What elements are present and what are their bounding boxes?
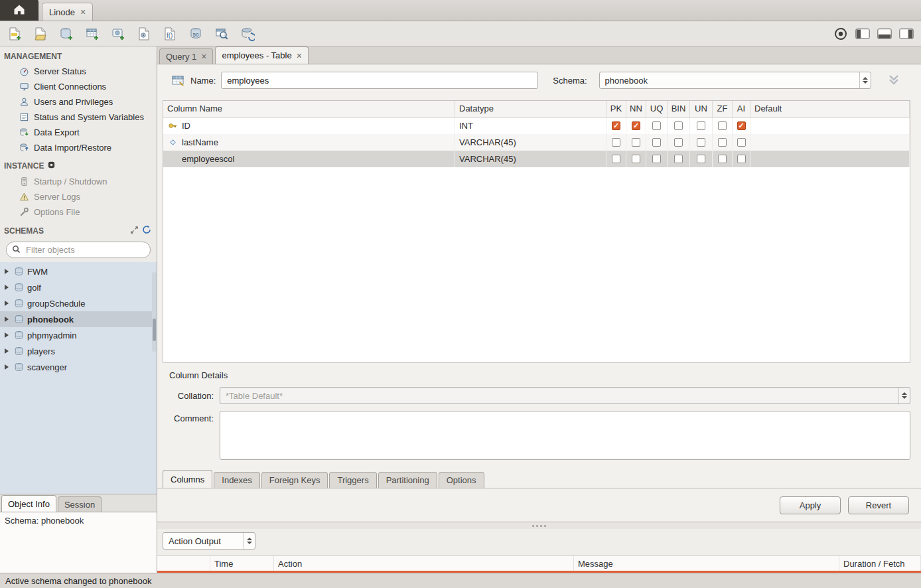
schema-item-phonebook[interactable]: phonebook [0, 311, 157, 327]
sidebar-item-client-connections[interactable]: Client Connections [0, 79, 157, 94]
table-row-cell[interactable] [713, 134, 733, 151]
zf-checkbox[interactable] [718, 138, 727, 147]
table-row-cell[interactable] [646, 117, 668, 134]
schema-filter-input[interactable] [25, 244, 145, 256]
table-row-cell[interactable]: INT [455, 117, 606, 134]
table-row-cell[interactable]: lastName [163, 134, 455, 151]
tab-partitioning[interactable]: Partitioning [378, 472, 437, 488]
schema-item-groupschedule[interactable]: groupSchedule [0, 295, 157, 311]
connection-tab[interactable]: Linode × [42, 3, 93, 21]
new-schema-icon[interactable] [58, 26, 74, 42]
schema-select[interactable]: phonebook [599, 72, 871, 89]
table-row-cell[interactable]: VARCHAR(45) [455, 134, 606, 151]
nn-checkbox[interactable] [632, 155, 640, 163]
comment-textarea[interactable] [220, 411, 910, 460]
sidebar-item-server-logs[interactable]: Server Logs [0, 189, 157, 204]
new-query-tab-icon[interactable] [7, 26, 23, 42]
tab-object-info[interactable]: Object Info [1, 495, 56, 512]
zf-checkbox[interactable] [718, 121, 727, 130]
reconnect-dbms-icon[interactable] [240, 26, 255, 42]
nn-checkbox[interactable] [632, 121, 640, 130]
stepper-icon[interactable] [244, 533, 255, 549]
horizontal-splitter[interactable] [157, 522, 921, 529]
table-row-cell[interactable] [646, 134, 668, 151]
table-name-input[interactable] [221, 72, 538, 89]
chevron-right-icon[interactable] [5, 301, 9, 306]
tab-options[interactable]: Options [439, 472, 484, 488]
chevron-right-icon[interactable] [5, 269, 9, 274]
table-row-cell[interactable] [606, 151, 626, 167]
uq-checkbox[interactable] [652, 121, 661, 130]
schema-item-phpmyadmin[interactable]: phpmyadmin [0, 327, 157, 343]
table-row-cell[interactable] [750, 151, 910, 167]
nn-checkbox[interactable] [632, 138, 640, 147]
tab-foreign-keys[interactable]: Foreign Keys [261, 472, 328, 488]
sidebar-item-server-status[interactable]: Server Status [0, 64, 157, 79]
sidebar-item-users-privileges[interactable]: Users and Privileges [0, 94, 157, 110]
uq-checkbox[interactable] [652, 155, 661, 163]
tab-columns[interactable]: Columns [163, 470, 212, 488]
revert-button[interactable]: Revert [848, 496, 909, 514]
new-table-icon[interactable] [84, 26, 100, 42]
col-header-column-name[interactable]: Column Name [163, 101, 455, 117]
chevron-right-icon[interactable] [5, 364, 9, 370]
zf-checkbox[interactable] [718, 155, 727, 163]
schema-item-fwm[interactable]: FWM [0, 263, 157, 279]
row-limit-icon[interactable]: 50 [188, 26, 204, 42]
output-col-action[interactable]: Action [274, 556, 574, 571]
sidebar-item-startup-shutdown[interactable]: Startup / Shutdown [0, 174, 157, 189]
schema-filter[interactable] [6, 242, 151, 258]
sidebar-item-status-system-variables[interactable]: Status and System Variables [0, 110, 157, 125]
col-header-default[interactable]: Default [750, 101, 910, 117]
pk-checkbox[interactable] [612, 138, 620, 147]
bin-checkbox[interactable] [674, 138, 683, 147]
ai-checkbox[interactable] [737, 155, 746, 163]
search-table-data-icon[interactable] [214, 26, 230, 42]
col-header-uq[interactable]: UQ [646, 101, 668, 117]
output-col-message[interactable]: Message [574, 556, 839, 571]
close-icon[interactable]: × [201, 52, 206, 61]
toggle-right-panel-icon[interactable] [898, 26, 914, 42]
un-checkbox[interactable] [697, 155, 705, 163]
pk-checkbox[interactable] [612, 121, 620, 130]
table-row-cell[interactable] [733, 117, 750, 134]
pk-checkbox[interactable] [612, 155, 620, 163]
new-routine-icon[interactable] [136, 26, 152, 42]
col-header-zf[interactable]: ZF [713, 101, 733, 117]
schema-item-golf[interactable]: golf [0, 279, 157, 295]
home-tab[interactable] [0, 0, 38, 21]
table-row-cell[interactable] [713, 117, 733, 134]
col-header-nn[interactable]: NN [626, 101, 646, 117]
ai-checkbox[interactable] [737, 121, 746, 130]
expand-schemas-icon[interactable] [130, 226, 139, 236]
chevron-right-icon[interactable] [5, 317, 9, 322]
table-row-cell[interactable] [668, 151, 690, 167]
table-row-cell[interactable] [606, 134, 626, 151]
stepper-icon[interactable] [859, 72, 871, 88]
table-row-cell[interactable] [690, 117, 713, 134]
chevron-right-icon[interactable] [5, 348, 9, 354]
bin-checkbox[interactable] [674, 155, 683, 163]
new-function-icon[interactable]: f() [162, 26, 178, 42]
sidebar-scrollbar[interactable] [152, 272, 157, 352]
table-row-cell[interactable] [626, 134, 646, 151]
output-view-select[interactable]: Action Output [163, 532, 255, 550]
tab-triggers[interactable]: Triggers [329, 472, 376, 488]
col-header-un[interactable]: UN [690, 101, 713, 117]
stepper-icon[interactable] [898, 388, 910, 404]
sidebar-item-data-import[interactable]: Data Import/Restore [0, 140, 157, 155]
chevron-right-icon[interactable] [5, 285, 9, 290]
table-row-cell[interactable] [713, 151, 733, 167]
tab-query-1[interactable]: Query 1 × [159, 48, 213, 64]
toggle-bottom-panel-icon[interactable] [877, 26, 892, 42]
output-col-time[interactable]: Time [210, 556, 274, 571]
table-row-cell[interactable] [750, 117, 910, 134]
close-icon[interactable]: × [297, 51, 302, 60]
table-row-cell[interactable] [690, 134, 713, 151]
output-col-status[interactable] [157, 556, 210, 571]
schema-item-players[interactable]: players [0, 343, 157, 359]
sidebar-item-data-export[interactable]: Data Export [0, 125, 157, 140]
apply-button[interactable]: Apply [780, 496, 841, 514]
tab-indexes[interactable]: Indexes [214, 472, 260, 488]
col-header-ai[interactable]: AI [733, 101, 750, 117]
